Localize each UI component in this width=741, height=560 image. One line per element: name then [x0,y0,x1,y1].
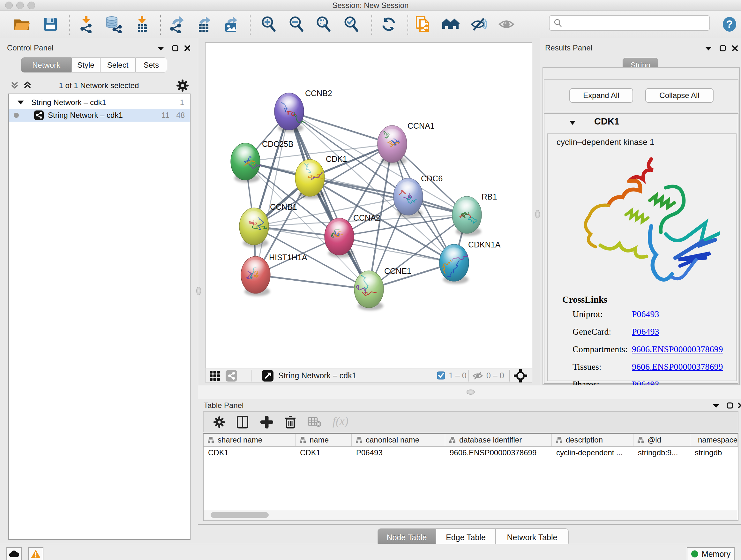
cloud-status-button[interactable] [6,547,22,560]
collapse-all-chevron-icon[interactable] [10,80,19,90]
zoom-selected-button[interactable] [342,15,361,34]
network-edge[interactable] [289,111,392,144]
detach-view-icon[interactable] [262,370,274,382]
hide-eye-button[interactable] [469,15,488,34]
network-graph[interactable]: CCNB2CCNA1CDC25BCDK1CDC6RB1CCNB1CCNA2CDK… [205,43,532,368]
scrollbar-thumb[interactable] [211,512,269,518]
import-network-database-button[interactable] [104,15,123,34]
node-gloss-highlight [398,181,418,198]
show-eye-button[interactable] [497,15,516,34]
column-header--id[interactable]: @id [633,434,690,446]
horizontal-scrollbar[interactable] [204,510,737,520]
network-node-ccnb1[interactable] [239,208,269,247]
network-node-rb1[interactable] [452,196,482,236]
zoom-out-button[interactable] [287,15,306,34]
collapse-all-button[interactable]: Collapse All [645,88,714,103]
string-home-button[interactable] [441,15,460,34]
network-view-share-icon[interactable] [225,370,238,382]
function-builder-icon[interactable]: f(x) [333,415,348,428]
tab-sets[interactable]: Sets [135,57,167,72]
network-node-cdkn1a[interactable] [440,244,469,284]
crosslink-url[interactable]: 9606.ENSP00000378699 [632,344,723,354]
network-edge[interactable] [289,111,369,289]
refresh-layout-button[interactable] [379,15,398,34]
tab-network[interactable]: Network [21,57,71,72]
right-splitter-grip[interactable] [535,210,540,219]
horizontal-splitter[interactable] [198,385,741,400]
horizontal-splitter-grip[interactable] [467,389,475,395]
table-settings-gear-icon[interactable] [213,416,225,428]
network-node-ccna1[interactable] [378,125,407,165]
import-network-file-button[interactable] [77,15,96,34]
expand-all-button[interactable]: Expand All [569,88,633,103]
network-node-cdc6[interactable] [394,178,423,218]
column-header-canonical-name[interactable]: canonical name [352,434,445,446]
warning-status-button[interactable] [28,547,44,560]
crosslink-url[interactable]: P06493 [632,327,659,337]
search-input[interactable] [565,18,701,28]
table-cell[interactable]: CDK1 [295,447,352,459]
add-column-plus-icon[interactable] [260,416,273,428]
table-cell[interactable]: 9606.ENSP00000378699 [445,447,552,459]
expand-all-chevron-icon[interactable] [23,80,32,90]
import-table-button[interactable] [132,15,151,34]
crosslink-url[interactable]: P06493 [632,309,659,319]
network-row[interactable]: String Network – cdk1 11 48 [9,109,190,122]
network-node-cdc25b[interactable] [231,143,261,183]
panel-close-icon[interactable] [737,402,741,409]
birdseye-crosshair-icon[interactable] [514,369,527,382]
zoom-in-button[interactable] [259,15,278,34]
save-session-button[interactable] [41,15,60,34]
help-button[interactable]: ? [720,15,739,34]
panel-menu-icon[interactable] [712,403,720,408]
network-node-cdk1[interactable] [295,159,325,199]
table-cell[interactable]: cyclin-dependent ... [552,447,633,459]
network-node-ccnb2[interactable] [274,93,305,132]
entry-expander-icon[interactable] [569,120,576,125]
network-node-ccne1[interactable] [354,271,384,310]
export-table-button[interactable] [194,15,213,34]
panel-float-icon[interactable] [726,402,733,409]
panel-close-icon[interactable] [184,45,191,52]
memory-button[interactable]: Memory [687,547,735,560]
selected-checkbox-icon[interactable] [437,371,445,380]
panel-menu-icon[interactable] [157,46,165,51]
table-cell[interactable]: CDK1 [204,447,295,459]
panel-float-icon[interactable] [719,45,726,52]
string-copy-network-button[interactable] [414,15,433,34]
crosslink-url[interactable]: 9606.ENSP00000378699 [632,362,723,372]
table-row[interactable]: CDK1CDK1P064939606.ENSP00000378699cyclin… [204,447,738,459]
panel-float-icon[interactable] [172,45,179,52]
tree-expander-icon[interactable] [17,100,24,105]
column-header-database-identifier[interactable]: database identifier [445,434,552,446]
table-cell[interactable]: stringdb:9... [633,447,690,459]
export-image-button[interactable] [221,15,241,34]
open-session-button[interactable] [12,15,31,34]
fit-content-button[interactable] [314,15,333,34]
delete-column-trash-icon[interactable] [284,415,297,429]
tab-style[interactable]: Style [71,57,100,72]
table-cell[interactable]: P06493 [352,447,445,459]
delete-table-icon[interactable] [308,417,322,427]
network-edge[interactable] [339,237,454,263]
column-header-shared-name[interactable]: shared name [204,434,295,446]
panel-close-icon[interactable] [731,45,738,52]
tab-select[interactable]: Select [100,57,135,72]
network-selection-status: 1 of 1 Network selected [38,81,159,90]
network-node-ccna2[interactable] [325,218,354,258]
left-splitter-grip[interactable] [196,287,201,295]
collection-label: String Network – cdk1 [31,98,106,107]
grid-view-icon[interactable] [209,370,220,381]
search-field[interactable] [549,15,710,31]
column-header-namespace[interactable]: namespace [690,434,738,446]
show-columns-icon[interactable] [236,415,249,429]
column-header-name[interactable]: name [295,434,352,446]
column-header-description[interactable]: description [552,434,633,446]
table-cell[interactable]: stringdb [690,447,738,459]
gear-icon[interactable] [176,79,189,92]
network-collection-row[interactable]: String Network – cdk1 1 [9,96,190,109]
export-network-button[interactable] [167,15,186,34]
network-edge[interactable] [256,275,369,289]
panel-menu-icon[interactable] [704,46,712,51]
network-node-hist1h1a[interactable] [241,256,270,296]
